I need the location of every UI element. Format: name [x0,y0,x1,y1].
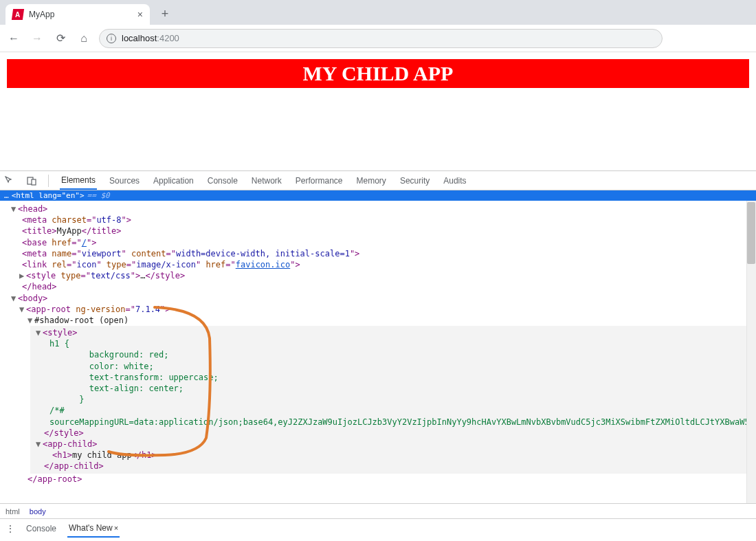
selected-node-bar: … <html lang="en"> == $0 [0,190,756,201]
style-css: h1 { background: red; color: white; text… [30,338,746,405]
selected-suffix: == $0 [87,191,110,200]
shadow-root-block: ▼<style> h1 { background: red; color: wh… [30,326,746,473]
breadcrumbs: html body [0,503,756,518]
tab-application[interactable]: Application [152,171,195,190]
crumb-html[interactable]: html [5,507,20,516]
tab-sources[interactable]: Sources [108,171,141,190]
address-bar[interactable]: i localhost:4200 [99,29,663,48]
new-tab-button[interactable]: + [155,4,175,23]
close-icon[interactable]: × [114,524,118,532]
info-icon[interactable]: i [107,34,116,43]
tab-title: MyApp [29,10,132,19]
dom-tree[interactable]: ▼<head> <meta charset="utf-8"> <title>My… [0,201,756,503]
close-tab-icon[interactable]: × [137,9,143,20]
tab-console[interactable]: Console [206,171,239,190]
tab-elements[interactable]: Elements [60,171,97,190]
drawer-console[interactable]: Console [25,519,58,538]
drawer-menu-icon[interactable]: ⋮ [5,523,15,534]
browser-tab-strip: A MyApp × + [0,0,756,25]
page-viewport: my child app [0,52,756,170]
url-host: localhost [122,33,157,43]
tab-performance[interactable]: Performance [294,171,344,190]
crumb-body[interactable]: body [30,507,46,516]
home-button[interactable]: ⌂ [76,30,92,47]
sourcemap-comment: /*# sourceMappingURL=data:application/js… [30,405,746,427]
tab-network[interactable]: Network [250,171,283,190]
selected-node: <html lang="en"> [12,191,85,200]
drawer-tabs: ⋮ Console What's New × [0,518,756,538]
browser-toolbar: ← → ⟳ ⌂ i localhost:4200 [0,25,756,52]
tab-audits[interactable]: Audits [442,171,467,190]
forward-button[interactable]: → [29,30,45,47]
tab-security[interactable]: Security [399,171,431,190]
browser-tab[interactable]: A MyApp × [5,4,150,25]
reload-button[interactable]: ⟳ [52,30,69,47]
svg-rect-1 [32,179,36,185]
child-app-heading: my child app [7,59,749,88]
tab-memory[interactable]: Memory [355,171,388,190]
devtools-panel: Elements Sources Application Console Net… [0,170,756,538]
scrollbar-thumb[interactable] [747,202,755,264]
url-port: :4200 [157,33,179,43]
back-button[interactable]: ← [5,30,22,47]
inspect-icon[interactable] [4,175,15,186]
angular-icon: A [12,9,24,20]
device-toggle-icon[interactable] [26,175,37,186]
devtools-tabs: Elements Sources Application Console Net… [0,171,756,190]
scrollbar[interactable] [746,201,756,503]
drawer-whats-new[interactable]: What's New × [67,519,120,538]
